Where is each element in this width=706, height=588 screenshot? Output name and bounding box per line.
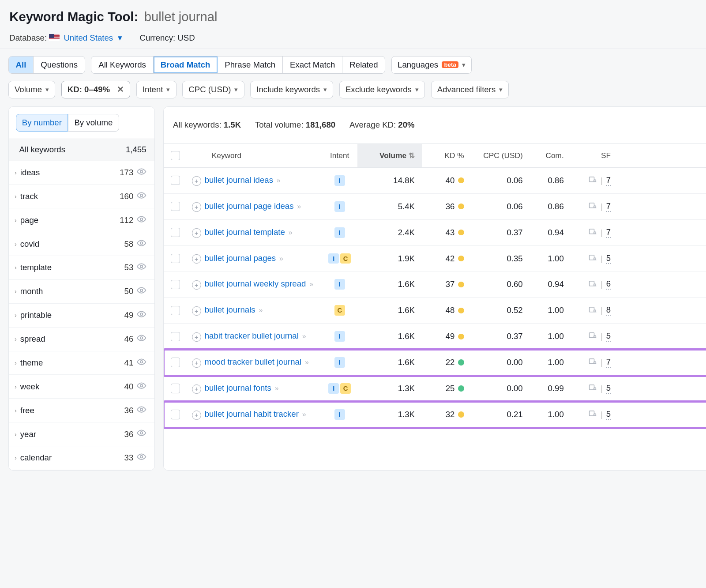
add-keyword-icon[interactable]: + — [192, 411, 201, 420]
keyword-link[interactable]: bullet journal template — [205, 227, 285, 237]
languages-dropdown[interactable]: Languages beta ▾ — [391, 56, 472, 74]
add-keyword-icon[interactable]: + — [192, 280, 201, 290]
tab-all[interactable]: All — [9, 57, 34, 73]
cell-sf[interactable]: | 8 — [568, 305, 615, 316]
add-keyword-icon[interactable]: + — [192, 332, 201, 342]
tab-related[interactable]: Related — [342, 57, 385, 73]
cell-cpc: 0.35 — [469, 254, 527, 264]
chevron-down-icon: ▾ — [462, 61, 466, 68]
eye-icon[interactable] — [137, 286, 146, 297]
sidebar-item[interactable]: › theme 41 — [9, 351, 155, 375]
col-kd[interactable]: KD % — [422, 144, 469, 167]
add-keyword-icon[interactable]: + — [192, 202, 201, 211]
add-keyword-icon[interactable]: + — [192, 358, 201, 368]
row-checkbox[interactable] — [171, 306, 180, 315]
sidebar-item[interactable]: › month 50 — [9, 280, 155, 304]
filter-kd[interactable]: KD: 0–49% ✕ — [61, 81, 131, 98]
keyword-link[interactable]: mood tracker bullet journal — [205, 357, 301, 366]
eye-icon[interactable] — [137, 428, 146, 440]
sidebar-item[interactable]: › template 53 — [9, 256, 155, 280]
cell-sf[interactable]: | 7 — [568, 357, 615, 368]
select-all-checkbox[interactable] — [171, 151, 180, 160]
eye-icon[interactable] — [137, 357, 146, 369]
database-selector[interactable]: Database: United States ▾ — [9, 33, 122, 43]
eye-icon[interactable] — [137, 191, 146, 202]
sidebar-all-keywords[interactable]: All keywords 1,455 — [9, 139, 155, 161]
cell-sf[interactable]: | 5 — [568, 253, 615, 264]
row-checkbox[interactable] — [171, 228, 180, 237]
col-cpc[interactable]: CPC (USD) — [469, 144, 527, 167]
cell-sf[interactable]: | 7 — [568, 175, 615, 186]
filter-intent[interactable]: Intent▾ — [136, 81, 176, 98]
col-intent[interactable]: Intent — [322, 144, 357, 167]
sidebar-item[interactable]: › year 36 — [9, 422, 155, 446]
sidebar-item-count: 112 — [120, 215, 133, 225]
row-checkbox[interactable] — [171, 280, 180, 289]
row-checkbox[interactable] — [171, 384, 180, 393]
eye-icon[interactable] — [137, 238, 146, 250]
eye-icon[interactable] — [137, 309, 146, 321]
filter-volume[interactable]: Volume▾ — [8, 81, 56, 98]
cell-sf[interactable]: | 5 — [568, 383, 615, 394]
col-keyword[interactable]: Keyword — [187, 144, 322, 167]
add-keyword-icon[interactable]: + — [192, 306, 201, 316]
keyword-link[interactable]: bullet journal habit tracker — [205, 409, 299, 418]
filter-advanced[interactable]: Advanced filters▾ — [431, 81, 509, 98]
keyword-link[interactable]: bullet journal fonts — [205, 383, 271, 392]
row-checkbox[interactable] — [171, 410, 180, 419]
cell-sf[interactable]: | 5 — [568, 331, 615, 342]
add-keyword-icon[interactable]: + — [192, 228, 201, 237]
keyword-link[interactable]: habit tracker bullet journal — [205, 331, 299, 340]
cell-sf[interactable]: | 7 — [568, 201, 615, 212]
col-sf[interactable]: SF — [568, 144, 615, 167]
cell-sf[interactable]: | 5 — [568, 409, 615, 420]
eye-icon[interactable] — [137, 381, 146, 392]
cell-sf[interactable]: | 6 — [568, 279, 615, 290]
add-keyword-icon[interactable]: + — [192, 254, 201, 264]
col-com[interactable]: Com. — [527, 144, 568, 167]
add-keyword-icon[interactable]: + — [192, 176, 201, 185]
col-volume[interactable]: Volume ⇅ — [357, 144, 422, 167]
eye-icon[interactable] — [137, 405, 146, 416]
filter-exclude[interactable]: Exclude keywords▾ — [339, 81, 425, 98]
filter-cpc[interactable]: CPC (USD)▾ — [182, 81, 244, 98]
eye-icon[interactable] — [137, 215, 146, 226]
sidebar-item[interactable]: › free 36 — [9, 399, 155, 422]
eye-icon[interactable] — [137, 452, 146, 464]
row-checkbox[interactable] — [171, 176, 180, 185]
sidebar-item[interactable]: › page 112 — [9, 208, 155, 232]
row-checkbox[interactable] — [171, 332, 180, 341]
tab-phrase-match[interactable]: Phrase Match — [218, 57, 283, 73]
row-checkbox[interactable] — [171, 254, 180, 263]
keyword-link[interactable]: bullet journals — [205, 305, 255, 314]
toggle-by-number[interactable]: By number — [16, 114, 68, 132]
tab-broad-match[interactable]: Broad Match — [154, 57, 218, 73]
tab-all-keywords[interactable]: All Keywords — [91, 57, 153, 73]
filter-include[interactable]: Include keywords▾ — [250, 81, 333, 98]
close-icon[interactable]: ✕ — [117, 85, 124, 94]
sidebar-item[interactable]: › printable 49 — [9, 304, 155, 328]
tab-exact-match[interactable]: Exact Match — [283, 57, 342, 73]
keyword-link[interactable]: bullet journal weekly spread — [205, 279, 306, 288]
col-updated[interactable]: Updated — [616, 144, 706, 167]
sidebar-item[interactable]: › covid 58 — [9, 232, 155, 256]
sidebar-item[interactable]: › calendar 33 — [9, 446, 155, 470]
keyword-link[interactable]: bullet journal pages — [205, 253, 276, 263]
row-checkbox[interactable] — [171, 358, 180, 367]
toggle-by-volume[interactable]: By volume — [68, 114, 119, 132]
tab-questions[interactable]: Questions — [34, 57, 85, 73]
eye-icon[interactable] — [137, 167, 146, 178]
keyword-link[interactable]: bullet journal page ideas — [205, 201, 294, 211]
add-keyword-icon[interactable]: + — [192, 384, 201, 394]
sidebar-list[interactable]: › ideas 173 › track 160 › page 112 › cov… — [9, 161, 155, 470]
keyword-link[interactable]: bullet journal ideas — [205, 175, 273, 185]
eye-icon[interactable] — [137, 333, 146, 345]
sidebar-item[interactable]: › ideas 173 — [9, 161, 155, 185]
eye-icon[interactable] — [137, 262, 146, 273]
sidebar-item[interactable]: › track 160 — [9, 185, 155, 208]
cell-sf[interactable]: | 7 — [568, 227, 615, 238]
sidebar-item[interactable]: › week 40 — [9, 375, 155, 399]
row-checkbox[interactable] — [171, 202, 180, 211]
sidebar-item[interactable]: › spread 46 — [9, 328, 155, 351]
tabs-row: All Questions All Keywords Broad Match P… — [0, 49, 706, 79]
